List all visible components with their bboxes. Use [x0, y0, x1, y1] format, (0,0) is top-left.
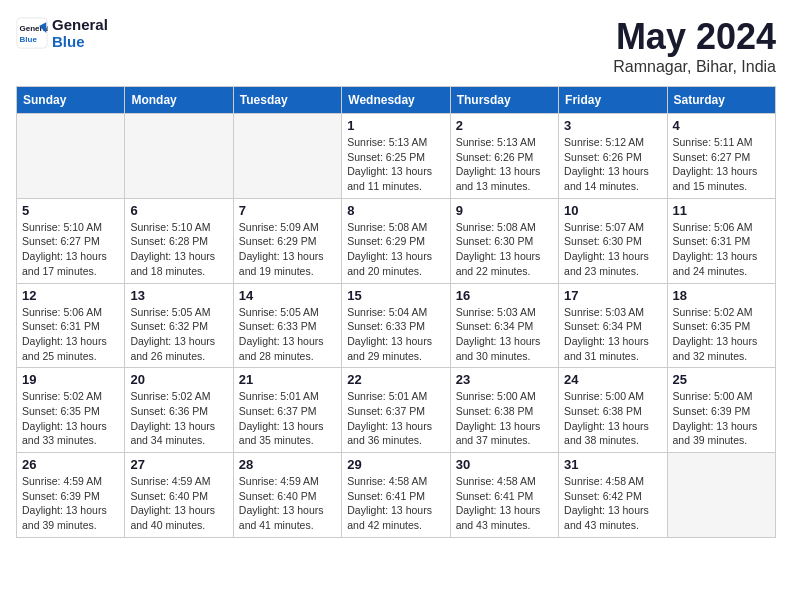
calendar-day-7: 7Sunrise: 5:09 AM Sunset: 6:29 PM Daylig… [233, 198, 341, 283]
calendar-empty-cell [125, 114, 233, 199]
calendar-day-31: 31Sunrise: 4:58 AM Sunset: 6:42 PM Dayli… [559, 453, 667, 538]
day-info: Sunrise: 5:06 AM Sunset: 6:31 PM Dayligh… [22, 305, 119, 364]
day-info: Sunrise: 5:05 AM Sunset: 6:33 PM Dayligh… [239, 305, 336, 364]
day-info: Sunrise: 5:07 AM Sunset: 6:30 PM Dayligh… [564, 220, 661, 279]
weekday-header-friday: Friday [559, 87, 667, 114]
calendar-day-1: 1Sunrise: 5:13 AM Sunset: 6:25 PM Daylig… [342, 114, 450, 199]
day-info: Sunrise: 5:02 AM Sunset: 6:35 PM Dayligh… [22, 389, 119, 448]
day-number: 2 [456, 118, 553, 133]
calendar-day-28: 28Sunrise: 4:59 AM Sunset: 6:40 PM Dayli… [233, 453, 341, 538]
day-info: Sunrise: 5:00 AM Sunset: 6:38 PM Dayligh… [456, 389, 553, 448]
calendar-week-row: 26Sunrise: 4:59 AM Sunset: 6:39 PM Dayli… [17, 453, 776, 538]
calendar-day-29: 29Sunrise: 4:58 AM Sunset: 6:41 PM Dayli… [342, 453, 450, 538]
calendar-day-12: 12Sunrise: 5:06 AM Sunset: 6:31 PM Dayli… [17, 283, 125, 368]
day-info: Sunrise: 4:59 AM Sunset: 6:40 PM Dayligh… [130, 474, 227, 533]
day-info: Sunrise: 4:59 AM Sunset: 6:40 PM Dayligh… [239, 474, 336, 533]
weekday-header-monday: Monday [125, 87, 233, 114]
day-info: Sunrise: 5:13 AM Sunset: 6:25 PM Dayligh… [347, 135, 444, 194]
day-number: 22 [347, 372, 444, 387]
day-number: 19 [22, 372, 119, 387]
day-info: Sunrise: 4:58 AM Sunset: 6:42 PM Dayligh… [564, 474, 661, 533]
day-info: Sunrise: 5:02 AM Sunset: 6:35 PM Dayligh… [673, 305, 770, 364]
weekday-header-saturday: Saturday [667, 87, 775, 114]
day-info: Sunrise: 5:11 AM Sunset: 6:27 PM Dayligh… [673, 135, 770, 194]
day-number: 3 [564, 118, 661, 133]
calendar-day-5: 5Sunrise: 5:10 AM Sunset: 6:27 PM Daylig… [17, 198, 125, 283]
logo-text-line2: Blue [52, 33, 108, 50]
weekday-header-thursday: Thursday [450, 87, 558, 114]
calendar-day-17: 17Sunrise: 5:03 AM Sunset: 6:34 PM Dayli… [559, 283, 667, 368]
calendar-empty-cell [17, 114, 125, 199]
day-number: 10 [564, 203, 661, 218]
calendar-day-15: 15Sunrise: 5:04 AM Sunset: 6:33 PM Dayli… [342, 283, 450, 368]
day-info: Sunrise: 4:58 AM Sunset: 6:41 PM Dayligh… [347, 474, 444, 533]
calendar-empty-cell [667, 453, 775, 538]
day-number: 31 [564, 457, 661, 472]
calendar-day-9: 9Sunrise: 5:08 AM Sunset: 6:30 PM Daylig… [450, 198, 558, 283]
calendar-header-row: SundayMondayTuesdayWednesdayThursdayFrid… [17, 87, 776, 114]
day-info: Sunrise: 4:59 AM Sunset: 6:39 PM Dayligh… [22, 474, 119, 533]
day-number: 12 [22, 288, 119, 303]
day-number: 7 [239, 203, 336, 218]
logo-text-line1: General [52, 16, 108, 33]
day-number: 15 [347, 288, 444, 303]
calendar-day-6: 6Sunrise: 5:10 AM Sunset: 6:28 PM Daylig… [125, 198, 233, 283]
day-number: 28 [239, 457, 336, 472]
header: General Blue General Blue May 2024 Ramna… [16, 16, 776, 76]
calendar-day-20: 20Sunrise: 5:02 AM Sunset: 6:36 PM Dayli… [125, 368, 233, 453]
calendar-day-25: 25Sunrise: 5:00 AM Sunset: 6:39 PM Dayli… [667, 368, 775, 453]
calendar-day-21: 21Sunrise: 5:01 AM Sunset: 6:37 PM Dayli… [233, 368, 341, 453]
calendar-day-30: 30Sunrise: 4:58 AM Sunset: 6:41 PM Dayli… [450, 453, 558, 538]
day-info: Sunrise: 5:03 AM Sunset: 6:34 PM Dayligh… [456, 305, 553, 364]
day-number: 23 [456, 372, 553, 387]
day-number: 11 [673, 203, 770, 218]
calendar-day-13: 13Sunrise: 5:05 AM Sunset: 6:32 PM Dayli… [125, 283, 233, 368]
day-info: Sunrise: 5:04 AM Sunset: 6:33 PM Dayligh… [347, 305, 444, 364]
day-number: 24 [564, 372, 661, 387]
calendar-day-3: 3Sunrise: 5:12 AM Sunset: 6:26 PM Daylig… [559, 114, 667, 199]
day-info: Sunrise: 5:08 AM Sunset: 6:29 PM Dayligh… [347, 220, 444, 279]
day-info: Sunrise: 5:12 AM Sunset: 6:26 PM Dayligh… [564, 135, 661, 194]
day-number: 29 [347, 457, 444, 472]
day-info: Sunrise: 5:10 AM Sunset: 6:28 PM Dayligh… [130, 220, 227, 279]
month-title: May 2024 [613, 16, 776, 58]
day-number: 8 [347, 203, 444, 218]
calendar-day-26: 26Sunrise: 4:59 AM Sunset: 6:39 PM Dayli… [17, 453, 125, 538]
day-number: 25 [673, 372, 770, 387]
day-number: 27 [130, 457, 227, 472]
calendar-table: SundayMondayTuesdayWednesdayThursdayFrid… [16, 86, 776, 538]
calendar-day-8: 8Sunrise: 5:08 AM Sunset: 6:29 PM Daylig… [342, 198, 450, 283]
day-number: 21 [239, 372, 336, 387]
calendar-day-22: 22Sunrise: 5:01 AM Sunset: 6:37 PM Dayli… [342, 368, 450, 453]
day-info: Sunrise: 5:00 AM Sunset: 6:39 PM Dayligh… [673, 389, 770, 448]
day-number: 14 [239, 288, 336, 303]
day-info: Sunrise: 5:00 AM Sunset: 6:38 PM Dayligh… [564, 389, 661, 448]
title-area: May 2024 Ramnagar, Bihar, India [613, 16, 776, 76]
calendar-day-10: 10Sunrise: 5:07 AM Sunset: 6:30 PM Dayli… [559, 198, 667, 283]
calendar-week-row: 19Sunrise: 5:02 AM Sunset: 6:35 PM Dayli… [17, 368, 776, 453]
calendar-day-16: 16Sunrise: 5:03 AM Sunset: 6:34 PM Dayli… [450, 283, 558, 368]
day-info: Sunrise: 5:05 AM Sunset: 6:32 PM Dayligh… [130, 305, 227, 364]
day-number: 18 [673, 288, 770, 303]
day-info: Sunrise: 5:02 AM Sunset: 6:36 PM Dayligh… [130, 389, 227, 448]
weekday-header-tuesday: Tuesday [233, 87, 341, 114]
day-info: Sunrise: 4:58 AM Sunset: 6:41 PM Dayligh… [456, 474, 553, 533]
calendar-week-row: 1Sunrise: 5:13 AM Sunset: 6:25 PM Daylig… [17, 114, 776, 199]
day-number: 20 [130, 372, 227, 387]
calendar-day-14: 14Sunrise: 5:05 AM Sunset: 6:33 PM Dayli… [233, 283, 341, 368]
day-info: Sunrise: 5:10 AM Sunset: 6:27 PM Dayligh… [22, 220, 119, 279]
day-number: 9 [456, 203, 553, 218]
calendar-day-2: 2Sunrise: 5:13 AM Sunset: 6:26 PM Daylig… [450, 114, 558, 199]
calendar-day-24: 24Sunrise: 5:00 AM Sunset: 6:38 PM Dayli… [559, 368, 667, 453]
calendar-empty-cell [233, 114, 341, 199]
day-info: Sunrise: 5:01 AM Sunset: 6:37 PM Dayligh… [239, 389, 336, 448]
day-number: 16 [456, 288, 553, 303]
day-info: Sunrise: 5:03 AM Sunset: 6:34 PM Dayligh… [564, 305, 661, 364]
logo-icon: General Blue [16, 17, 48, 49]
day-number: 17 [564, 288, 661, 303]
calendar-day-23: 23Sunrise: 5:00 AM Sunset: 6:38 PM Dayli… [450, 368, 558, 453]
weekday-header-wednesday: Wednesday [342, 87, 450, 114]
location-title: Ramnagar, Bihar, India [613, 58, 776, 76]
svg-text:Blue: Blue [20, 35, 38, 44]
day-info: Sunrise: 5:01 AM Sunset: 6:37 PM Dayligh… [347, 389, 444, 448]
